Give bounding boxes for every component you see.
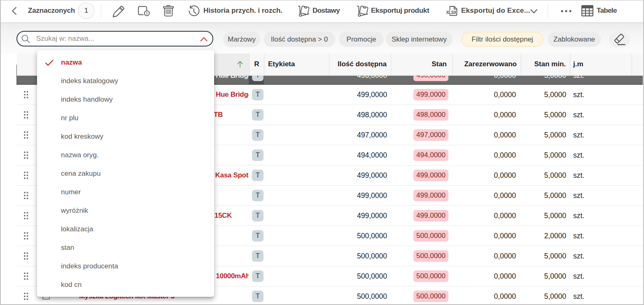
svg-text:XLSX: XLSX [446, 10, 457, 15]
